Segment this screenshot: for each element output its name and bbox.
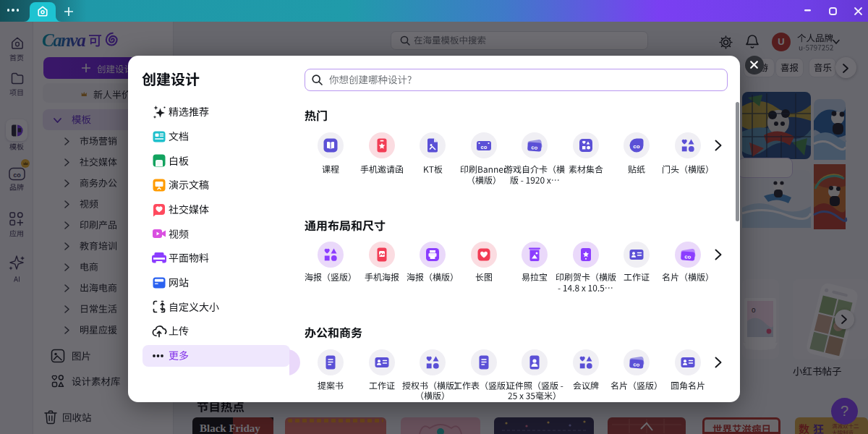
- svg-text:co: co: [480, 143, 487, 150]
- svg-text:co: co: [531, 144, 538, 151]
- svg-text:co: co: [684, 253, 692, 260]
- svg-text:co: co: [633, 142, 639, 149]
- svg-text:co: co: [633, 361, 640, 368]
